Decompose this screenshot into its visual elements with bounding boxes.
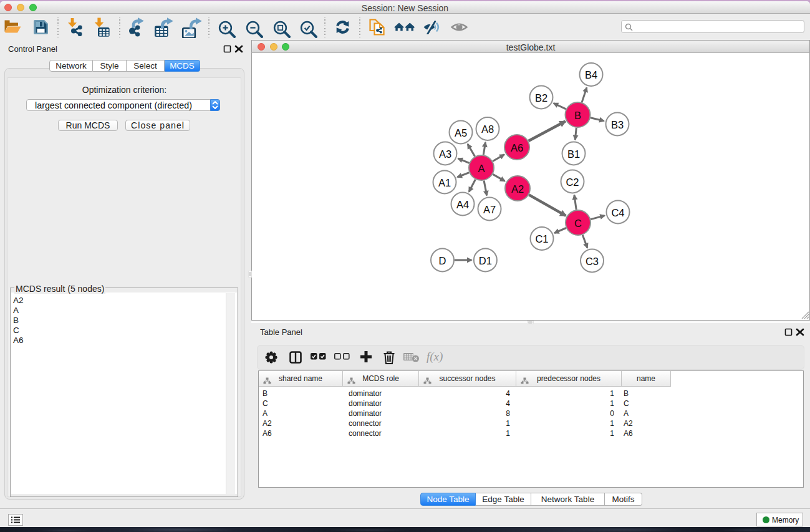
svg-text:A8: A8	[481, 123, 494, 135]
svg-text:C3: C3	[586, 256, 599, 267]
svg-text:C2: C2	[566, 177, 579, 188]
svg-text:A2: A2	[511, 183, 524, 195]
svg-text:C: C	[574, 218, 582, 229]
svg-text:B1: B1	[567, 148, 580, 160]
svg-text:B4: B4	[585, 69, 597, 80]
svg-text:A1: A1	[438, 177, 451, 188]
svg-text:D1: D1	[479, 255, 492, 266]
svg-text:A3: A3	[439, 148, 451, 160]
svg-text:C4: C4	[611, 207, 624, 218]
svg-text:B2: B2	[535, 92, 547, 104]
svg-text:A5: A5	[455, 127, 467, 138]
svg-text:D: D	[439, 255, 446, 266]
svg-text:A: A	[478, 163, 485, 174]
svg-text:C1: C1	[535, 233, 548, 244]
svg-text:A7: A7	[483, 204, 496, 215]
svg-text:B: B	[574, 110, 581, 121]
svg-text:A4: A4	[456, 199, 469, 210]
svg-text:B3: B3	[611, 119, 624, 130]
svg-text:A6: A6	[511, 142, 523, 153]
